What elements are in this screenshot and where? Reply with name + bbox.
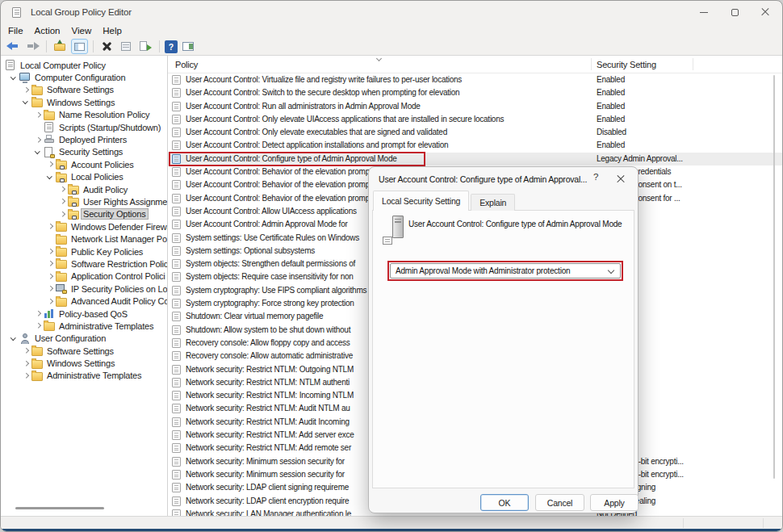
dialog-button[interactable]: Apply	[590, 494, 639, 511]
tree-chevron-icon[interactable]	[46, 297, 55, 306]
toolbar-button-icon[interactable]	[137, 39, 154, 54]
tree-item-icon	[56, 248, 67, 257]
tree-chevron-icon[interactable]	[46, 259, 55, 268]
tree-chevron-icon[interactable]	[46, 247, 55, 256]
toolbar-button-icon[interactable]	[165, 40, 178, 53]
toolbar-button-icon[interactable]	[5, 39, 22, 54]
tree-item[interactable]: Application Control Polici	[1, 270, 167, 283]
toolbar-button-icon[interactable]	[118, 39, 135, 54]
tree-chevron-icon[interactable]	[34, 123, 43, 132]
tree-chevron-icon[interactable]	[34, 309, 43, 318]
tree-item[interactable]: Windows Defender Firewa	[1, 220, 167, 232]
menu-item[interactable]: Help	[103, 26, 122, 36]
tree-chevron-icon[interactable]	[58, 210, 67, 219]
tree-item[interactable]: Security Settings	[1, 146, 167, 158]
tree-item[interactable]: Scripts (Startup/Shutdown)	[1, 121, 167, 133]
dialog-close-icon[interactable]	[615, 174, 626, 185]
tree-chevron-icon[interactable]	[10, 73, 19, 82]
tree-item[interactable]: Deployed Printers	[1, 133, 167, 145]
window-control-icon[interactable]	[721, 1, 748, 23]
tree-chevron-icon[interactable]	[58, 185, 67, 194]
tree-item[interactable]: Local Computer Policy	[1, 59, 167, 71]
policy-name: Recovery console: Allow automatic admini…	[186, 351, 353, 360]
tree-item-icon	[56, 283, 67, 294]
tree-chevron-icon[interactable]	[46, 235, 55, 244]
tree-item[interactable]: Windows Settings	[1, 357, 167, 369]
tree-item[interactable]: User Rights Assignmer	[1, 195, 167, 207]
tree-chevron-icon[interactable]	[22, 86, 31, 94]
status-separator	[683, 518, 684, 528]
tree-chevron-icon[interactable]	[22, 98, 31, 107]
dialog-button[interactable]: Cancel	[535, 494, 584, 511]
tree-item-label: Application Control Polici	[69, 271, 166, 281]
policy-name: Network security: Restrict NTLM: Audit I…	[186, 417, 350, 426]
toolbar-button-icon[interactable]	[98, 39, 115, 54]
tree-item[interactable]: IP Security Policies on Loc	[1, 283, 167, 295]
tree-chevron-icon[interactable]	[34, 111, 43, 119]
tree-item[interactable]: Policy-based QoS	[1, 308, 167, 320]
tree-item[interactable]: Computer Configuration	[1, 71, 167, 83]
column-divider[interactable]	[693, 58, 693, 70]
tree-item-icon	[44, 308, 55, 319]
tree-chevron-icon[interactable]	[58, 197, 67, 206]
policy-doc-icon	[172, 259, 181, 269]
tree-chevron-icon[interactable]	[22, 346, 31, 355]
policy-doc-icon	[172, 272, 181, 282]
toolbar-button-icon[interactable]	[52, 39, 69, 54]
tree-item[interactable]: Local Policies	[1, 171, 167, 183]
column-header-policy[interactable]: Policy	[175, 60, 198, 69]
tree-chevron-icon[interactable]	[46, 160, 55, 169]
tree-chevron-icon[interactable]	[46, 272, 55, 281]
tree-item[interactable]: User Configuration	[1, 333, 167, 345]
menu-item[interactable]: Action	[35, 26, 61, 36]
policy-name: User Account Control: Behavior of the el…	[186, 167, 372, 176]
policy-doc-icon	[172, 102, 181, 111]
window-control-icon[interactable]	[752, 1, 779, 23]
tree-chevron-icon[interactable]	[34, 148, 43, 157]
tree-item[interactable]: Public Key Policies	[1, 245, 167, 258]
tree-item[interactable]: Administrative Templates	[1, 370, 167, 382]
tree-item[interactable]: Software Restriction Polici	[1, 258, 167, 270]
policy-server-icon	[383, 216, 410, 245]
column-divider[interactable]	[591, 58, 592, 70]
dialog-tab[interactable]: Explain	[471, 194, 515, 211]
admin-approval-mode-dropdown[interactable]: Admin Approval Mode with Administrator p…	[390, 263, 621, 279]
vertical-scrollbar[interactable]	[773, 75, 775, 479]
horizontal-scrollbar[interactable]	[15, 507, 104, 509]
tree-chevron-icon[interactable]	[34, 136, 43, 145]
policy-row[interactable]: User Account Control: Only elevate UIAcc…	[168, 113, 782, 126]
tree-item[interactable]: Software Settings	[1, 84, 167, 96]
policy-row[interactable]: User Account Control: Run all administra…	[168, 100, 782, 113]
dialog-button[interactable]: OK	[480, 494, 529, 511]
dialog-tab[interactable]: Local Security Setting	[373, 191, 469, 211]
tree-item[interactable]: Security Options	[1, 208, 167, 220]
tree-chevron-icon[interactable]	[10, 334, 19, 343]
tree-chevron-icon[interactable]	[22, 371, 31, 380]
tree-chevron-icon[interactable]	[46, 173, 55, 182]
tree-item[interactable]: Name Resolution Policy	[1, 109, 167, 121]
menu-item[interactable]: View	[72, 26, 92, 36]
tree-item[interactable]: Software Settings	[1, 345, 167, 357]
tree-item[interactable]: Administrative Templates	[1, 320, 167, 332]
policy-row[interactable]: User Account Control: Only elevate execu…	[168, 126, 782, 139]
toolbar-button-icon[interactable]	[180, 39, 197, 54]
window-control-icon[interactable]	[690, 1, 718, 23]
dialog-policy-label: User Account Control: Configure type of …	[408, 220, 622, 228]
tree-chevron-icon[interactable]	[46, 284, 55, 293]
column-header-security-setting[interactable]: Security Setting	[597, 60, 656, 69]
toolbar-button-icon[interactable]	[71, 39, 88, 54]
policy-row[interactable]: User Account Control: Virtualize file an…	[168, 73, 782, 86]
tree-item[interactable]: Windows Settings	[1, 96, 167, 108]
tree-item[interactable]: Audit Policy	[1, 183, 167, 195]
tree-chevron-icon[interactable]	[46, 222, 55, 231]
policy-row[interactable]: User Account Control: Switch to the secu…	[168, 86, 782, 99]
policy-row[interactable]: User Account Control: Detect application…	[168, 139, 782, 152]
tree-item[interactable]: Account Policies	[1, 158, 167, 170]
tree-item[interactable]: Network List Manager Pol	[1, 232, 167, 245]
tree-chevron-icon[interactable]	[22, 359, 31, 368]
menu-item[interactable]: File	[8, 26, 23, 36]
dialog-help-icon[interactable]: ?	[590, 172, 601, 182]
toolbar-button-icon[interactable]	[24, 39, 41, 54]
tree-item[interactable]: Advanced Audit Policy Co	[1, 295, 167, 307]
tree-chevron-icon[interactable]	[34, 321, 43, 330]
